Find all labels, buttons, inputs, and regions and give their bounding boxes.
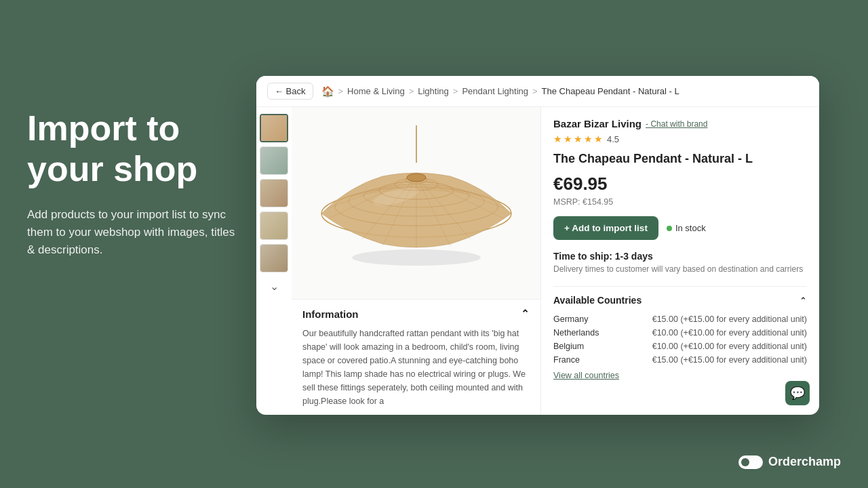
hero-heading: Import to your shop (27, 108, 244, 190)
country-price-belgium: €10.00 (+€10.00 for every additional uni… (652, 342, 807, 351)
thumbnail-4[interactable] (260, 211, 288, 240)
brand-chat[interactable]: - Chat with brand (646, 119, 707, 129)
country-name-germany: Germany (553, 314, 608, 324)
brand-name: Bazar Bizar Living (553, 118, 642, 129)
product-image-column: Information ⌃ Our beautifully handcrafte… (292, 107, 541, 415)
breadcrumb-home-living[interactable]: Home & Living (347, 86, 405, 96)
orderchamp-logo: Orderchamp (738, 455, 841, 469)
country-name-france: France (553, 355, 608, 365)
star-2: ★ (564, 134, 572, 144)
star-5-half: ★ (594, 134, 603, 144)
breadcrumb-lighting[interactable]: Lighting (418, 86, 449, 96)
chat-fab-button[interactable]: 💬 (785, 381, 810, 405)
thumbnail-next[interactable]: ⌄ (260, 278, 288, 294)
thumbnail-3[interactable] (260, 179, 288, 207)
information-section: Information ⌃ Our beautifully handcrafte… (292, 299, 540, 415)
star-3: ★ (574, 134, 583, 144)
product-image-area (292, 107, 540, 299)
right-panel: Bazar Bizar Living - Chat with brand ★ ★… (541, 107, 819, 415)
countries-title: Available Countries (553, 295, 642, 306)
country-price-germany: €15.00 (+€15.00 for every additional uni… (652, 314, 807, 324)
action-row: + Add to import list In stock (553, 216, 807, 240)
back-button[interactable]: ← Back (267, 83, 313, 100)
brand-row: Bazar Bizar Living - Chat with brand (553, 118, 807, 129)
product-title: The Chapeau Pendant - Natural - L (553, 151, 807, 167)
browser-window: ← Back 🏠 > Home & Living > Lighting > Pe… (256, 76, 819, 415)
breadcrumb-pendant-lighting[interactable]: Pendant Lighting (462, 86, 528, 96)
information-body: Our beautifully handcrafted rattan penda… (302, 327, 530, 415)
in-stock-dot (667, 226, 672, 231)
ship-title: Time to ship: 1-3 days (553, 251, 807, 262)
star-1: ★ (553, 134, 562, 144)
country-price-france: €15.00 (+€15.00 for every additional uni… (652, 355, 807, 365)
breadcrumb-bar: ← Back 🏠 > Home & Living > Lighting > Pe… (256, 76, 819, 107)
left-panel: Import to your shop Add products to your… (27, 108, 244, 260)
view-all-countries-link[interactable]: View all countries (553, 371, 619, 380)
home-icon[interactable]: 🏠 (321, 85, 334, 98)
countries-table: Germany €15.00 (+€15.00 for every additi… (553, 312, 807, 367)
add-to-import-button[interactable]: + Add to import list (553, 216, 658, 240)
breadcrumb-sep-3: > (453, 86, 458, 96)
in-stock-label: In stock (675, 223, 706, 233)
ship-description: Delivery times to customer will vary bas… (553, 264, 807, 275)
thumbnail-1[interactable] (260, 114, 288, 142)
country-row-belgium: Belgium €10.00 (+€10.00 for every additi… (553, 340, 807, 353)
main-content: ⌄ (256, 107, 819, 415)
countries-section: Available Countries ⌃ Germany €15.00 (+€… (553, 286, 807, 380)
information-collapse-icon[interactable]: ⌃ (521, 308, 530, 320)
in-stock-badge: In stock (667, 223, 706, 233)
information-header[interactable]: Information ⌃ (302, 300, 530, 327)
star-4: ★ (584, 134, 593, 144)
country-row-france: France €15.00 (+€15.00 for every additio… (553, 353, 807, 367)
country-row-germany: Germany €15.00 (+€15.00 for every additi… (553, 312, 807, 326)
breadcrumb-sep-1: > (338, 86, 344, 96)
countries-header: Available Countries ⌃ (553, 295, 807, 306)
thumbnail-column: ⌄ (256, 107, 292, 415)
product-image-svg (308, 125, 525, 281)
chat-fab-icon: 💬 (790, 386, 805, 401)
hero-description: Add products to your import list to sync… (27, 206, 244, 260)
information-title: Information (302, 308, 359, 320)
breadcrumb-sep-4: > (532, 86, 538, 96)
logo-icon (738, 455, 763, 469)
rating-number: 4.5 (607, 134, 619, 144)
breadcrumb-current: The Chapeau Pendant - Natural - L (542, 86, 679, 96)
countries-collapse-icon[interactable]: ⌃ (800, 296, 807, 306)
breadcrumb-sep-2: > (409, 86, 414, 96)
country-row-netherlands: Netherlands €10.00 (+€10.00 for every ad… (553, 326, 807, 340)
msrp-price: MSRP: €154.95 (553, 197, 807, 207)
svg-point-18 (407, 174, 426, 182)
country-name-netherlands: Netherlands (553, 328, 608, 338)
product-price: €69.95 (553, 174, 807, 195)
thumbnail-5[interactable] (260, 244, 288, 272)
logo-text: Orderchamp (768, 455, 841, 469)
shipping-section: Time to ship: 1-3 days Delivery times to… (553, 251, 807, 275)
thumbnail-2[interactable] (260, 146, 288, 175)
rating-stars: ★ ★ ★ ★ ★ 4.5 (553, 134, 807, 144)
country-name-belgium: Belgium (553, 342, 608, 351)
country-price-netherlands: €10.00 (+€10.00 for every additional uni… (652, 328, 807, 338)
svg-point-1 (352, 249, 481, 266)
